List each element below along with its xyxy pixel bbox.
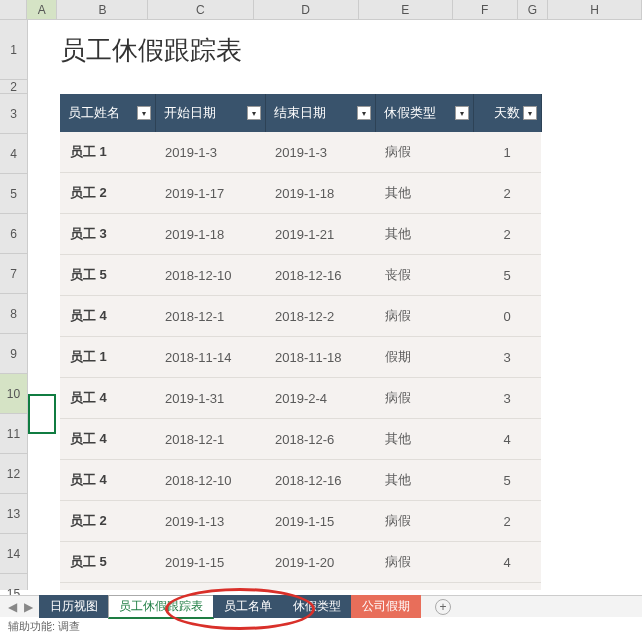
- cell-end[interactable]: 2018-12-16: [265, 460, 375, 501]
- cell-start[interactable]: 2019-1-31: [155, 378, 265, 419]
- row-header-3[interactable]: 3: [0, 94, 27, 134]
- table-row[interactable]: 员工 52019-1-152019-1-20病假4: [60, 542, 541, 583]
- cell-end[interactable]: 2018-11-18: [265, 337, 375, 378]
- cell-employee[interactable]: 员工 4: [60, 296, 155, 337]
- col-header-g[interactable]: G: [518, 0, 549, 19]
- col-header-h[interactable]: H: [548, 0, 642, 19]
- row-header-4[interactable]: 4: [0, 134, 27, 174]
- cell-employee[interactable]: 员工 1: [60, 337, 155, 378]
- cell-start[interactable]: 2018-12-10: [155, 460, 265, 501]
- cell-employee[interactable]: 员工 5: [60, 542, 155, 583]
- cell-days[interactable]: 2: [473, 214, 541, 255]
- row-header-1[interactable]: 1: [0, 20, 27, 80]
- row-header-11[interactable]: 11: [0, 414, 27, 454]
- cell-type[interactable]: 丧假: [375, 255, 473, 296]
- table-row[interactable]: 员工 42018-12-12018-12-6其他4: [60, 419, 541, 460]
- table-row[interactable]: 员工 12018-11-142018-11-18假期3: [60, 337, 541, 378]
- cell-days[interactable]: 1: [473, 132, 541, 173]
- cell-type[interactable]: 病假: [375, 501, 473, 542]
- cell-end[interactable]: 2018-12-6: [265, 419, 375, 460]
- cell-end[interactable]: 2019-2-4: [265, 378, 375, 419]
- cell-type[interactable]: 其他: [375, 173, 473, 214]
- table-row[interactable]: 员工 42018-12-12018-12-2病假0: [60, 296, 541, 337]
- table-row[interactable]: 员工 42018-12-102018-12-16其他5: [60, 460, 541, 501]
- cell-days[interactable]: 5: [473, 255, 541, 296]
- spreadsheet-grid[interactable]: 员工休假跟踪表 员工姓名▾ 开始日期▾ 结束日期▾ 休假类型▾ 天数▾ 员工 1…: [28, 20, 642, 590]
- cell-start[interactable]: 2019-1-13: [155, 501, 265, 542]
- row-header-7[interactable]: 7: [0, 254, 27, 294]
- table-row[interactable]: 员工 42019-1-312019-2-4病假3: [60, 378, 541, 419]
- cell-type[interactable]: 病假: [375, 132, 473, 173]
- cell-end[interactable]: 2019-1-3: [265, 132, 375, 173]
- table-row[interactable]: 员工 52018-12-102018-12-16丧假5: [60, 255, 541, 296]
- filter-icon[interactable]: ▾: [137, 106, 151, 120]
- tab-holidays[interactable]: 公司假期: [351, 595, 421, 618]
- cell-type[interactable]: 其他: [375, 419, 473, 460]
- cell-employee[interactable]: 员工 4: [60, 460, 155, 501]
- cell-employee[interactable]: 员工 4: [60, 378, 155, 419]
- cell-start[interactable]: 2019-1-3: [155, 132, 265, 173]
- filter-icon[interactable]: ▾: [357, 106, 371, 120]
- cell-days[interactable]: 2: [473, 501, 541, 542]
- row-header-12[interactable]: 12: [0, 454, 27, 494]
- cell-employee[interactable]: 员工 3: [60, 214, 155, 255]
- table-row[interactable]: 员工 32019-1-182019-1-21其他2: [60, 214, 541, 255]
- cell-days[interactable]: 2: [473, 583, 541, 591]
- row-header-10[interactable]: 10: [0, 374, 27, 414]
- tab-roster[interactable]: 员工名单: [213, 595, 283, 618]
- cell-start[interactable]: 2019-1-15: [155, 542, 265, 583]
- cell-end[interactable]: 2019-6-15: [265, 583, 375, 591]
- tab-tracking[interactable]: 员工休假跟踪表: [108, 595, 214, 619]
- select-all-corner[interactable]: [0, 0, 27, 19]
- row-header-5[interactable]: 5: [0, 174, 27, 214]
- cell-days[interactable]: 3: [473, 337, 541, 378]
- cell-employee[interactable]: 员工 2: [60, 173, 155, 214]
- cell-end[interactable]: 2018-12-2: [265, 296, 375, 337]
- cell-days[interactable]: 4: [473, 542, 541, 583]
- cell-end[interactable]: 2019-1-15: [265, 501, 375, 542]
- cell-type[interactable]: 病假: [375, 378, 473, 419]
- cell-end[interactable]: 2019-1-20: [265, 542, 375, 583]
- cell-employee[interactable]: 员工 4: [60, 419, 155, 460]
- cell-type[interactable]: 其他: [375, 214, 473, 255]
- cell-start[interactable]: 2019-1-18: [155, 214, 265, 255]
- th-days[interactable]: 天数▾: [473, 94, 541, 132]
- cell-employee[interactable]: 员工 5: [60, 255, 155, 296]
- cell-type[interactable]: 假期: [375, 337, 473, 378]
- col-header-f[interactable]: F: [453, 0, 518, 19]
- row-header-8[interactable]: 8: [0, 294, 27, 334]
- cell-employee[interactable]: 员工 2: [60, 501, 155, 542]
- table-row[interactable]: 员工 22019-6-132019-6-15丧假2: [60, 583, 541, 591]
- row-header-13[interactable]: 13: [0, 494, 27, 534]
- add-sheet-button[interactable]: +: [435, 599, 451, 615]
- cell-start[interactable]: 2018-11-14: [155, 337, 265, 378]
- col-header-a[interactable]: A: [27, 0, 58, 19]
- cell-days[interactable]: 2: [473, 173, 541, 214]
- cell-employee[interactable]: 员工 1: [60, 132, 155, 173]
- cell-start[interactable]: 2018-12-1: [155, 419, 265, 460]
- cell-end[interactable]: 2019-1-18: [265, 173, 375, 214]
- cell-type[interactable]: 丧假: [375, 583, 473, 591]
- cell-days[interactable]: 3: [473, 378, 541, 419]
- tab-calendar[interactable]: 日历视图: [39, 595, 109, 618]
- tab-nav-next-icon[interactable]: ▶: [22, 600, 34, 614]
- cell-days[interactable]: 0: [473, 296, 541, 337]
- tab-types[interactable]: 休假类型: [282, 595, 352, 618]
- th-type[interactable]: 休假类型▾: [375, 94, 473, 132]
- col-header-b[interactable]: B: [57, 0, 148, 19]
- table-row[interactable]: 员工 12019-1-32019-1-3病假1: [60, 132, 541, 173]
- th-employee[interactable]: 员工姓名▾: [60, 94, 155, 132]
- row-header-9[interactable]: 9: [0, 334, 27, 374]
- row-header-6[interactable]: 6: [0, 214, 27, 254]
- filter-icon[interactable]: ▾: [247, 106, 261, 120]
- cell-type[interactable]: 病假: [375, 296, 473, 337]
- filter-icon[interactable]: ▾: [455, 106, 469, 120]
- cell-employee[interactable]: 员工 2: [60, 583, 155, 591]
- filter-icon[interactable]: ▾: [523, 106, 537, 120]
- cell-start[interactable]: 2019-1-17: [155, 173, 265, 214]
- cell-type[interactable]: 病假: [375, 542, 473, 583]
- col-header-e[interactable]: E: [359, 0, 453, 19]
- table-row[interactable]: 员工 22019-1-172019-1-18其他2: [60, 173, 541, 214]
- cell-end[interactable]: 2018-12-16: [265, 255, 375, 296]
- cell-end[interactable]: 2019-1-21: [265, 214, 375, 255]
